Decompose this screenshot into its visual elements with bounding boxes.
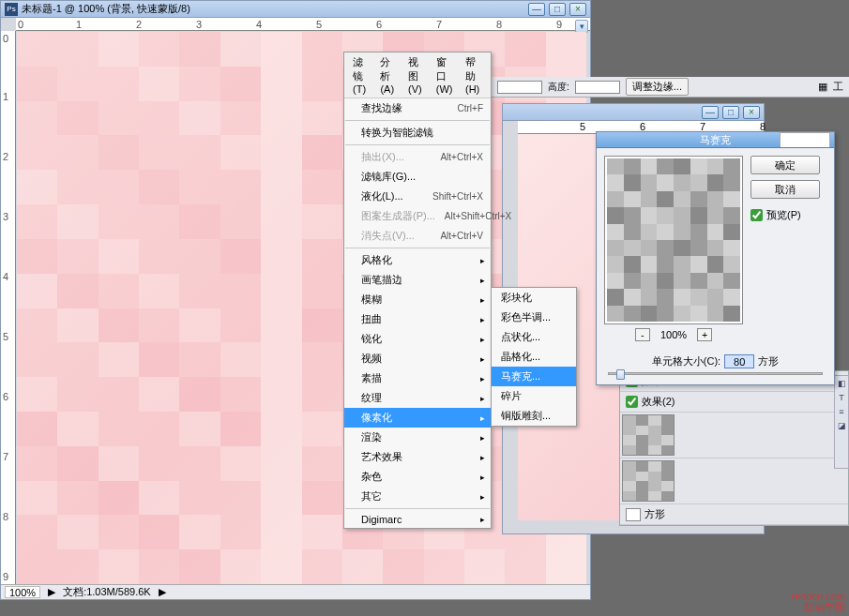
menu-item[interactable]: 转换为智能滤镜 — [344, 123, 491, 143]
layers-panel: 效果 效果(2) 方形 — [619, 370, 849, 526]
ruler-tick: 2 — [3, 151, 8, 162]
status-arrow-icon[interactable]: ▶ — [48, 586, 55, 598]
preview-checkbox[interactable]: 预览(P) — [750, 208, 820, 222]
menu-item[interactable]: 风格化 — [344, 250, 491, 270]
layer-visibility-checkbox[interactable] — [626, 396, 638, 408]
layer-thumbnail[interactable] — [622, 414, 675, 456]
options-bar: 高度: 调整边缘... ▦ 工 — [492, 77, 849, 98]
submenu-item[interactable]: 点状化... — [492, 327, 576, 347]
cancel-button[interactable]: 取消 — [750, 180, 820, 199]
submenu-item[interactable]: 铜版雕刻... — [492, 406, 576, 426]
ruler-tick: 4 — [256, 19, 262, 30]
zoom-field[interactable]: 100% — [5, 586, 40, 598]
title-bar[interactable]: — □ × — [503, 104, 764, 121]
menu-item[interactable]: 视频 — [344, 349, 491, 368]
cell-size-slider[interactable] — [597, 372, 834, 384]
layer-thumbnail[interactable] — [622, 460, 675, 502]
menu-item[interactable]: 像素化 — [344, 408, 491, 428]
menu-item[interactable]: 艺术效果 — [344, 447, 491, 467]
ruler-tick: 4 — [3, 271, 8, 282]
submenu-item[interactable]: 彩色半调... — [492, 308, 576, 327]
title-bar[interactable]: Ps 未标题-1 @ 100% (背景, 快速蒙版/8) — □ × — [1, 1, 590, 18]
status-bar: 100% ▶ 文档:1.03M/589.6K ▶ — [1, 584, 590, 599]
menu-help[interactable]: 帮助(H) — [461, 54, 487, 96]
document-title: 未标题-1 @ 100% (背景, 快速蒙版/8) — [22, 2, 528, 16]
ruler-tick: 9 — [3, 571, 8, 582]
vertical-ruler[interactable]: 0 1 2 3 4 5 6 7 8 9 — [1, 31, 16, 584]
menu-item[interactable]: 画笔描边 — [344, 270, 491, 290]
cell-size-label: 单元格大小(C): — [652, 354, 720, 368]
ruler-tick: 0 — [18, 19, 23, 30]
refine-edge-button[interactable]: 调整边缘... — [626, 78, 689, 96]
ruler-tick: 3 — [196, 19, 202, 30]
zoom-percent: 100% — [660, 329, 687, 340]
maximize-button[interactable]: □ — [549, 3, 566, 16]
filter-menu: 滤镜(T) 分析(A) 视图(V) 窗口(W) 帮助(H) 查找边缘Ctrl+F… — [343, 52, 492, 529]
submenu-item[interactable]: 马赛克... — [492, 367, 576, 386]
minimize-button[interactable]: — — [528, 3, 545, 16]
ruler-tick: 9 — [556, 19, 562, 30]
close-button[interactable]: × — [743, 106, 760, 119]
menu-item[interactable]: 滤镜库(G)... — [344, 167, 491, 187]
type-tool-icon[interactable]: T — [836, 393, 847, 404]
ruler-tick: 3 — [3, 211, 8, 222]
menu-item[interactable]: 渲染 — [344, 428, 491, 447]
zoom-in-button[interactable]: + — [697, 328, 712, 341]
menu-item: 图案生成器(P)...Alt+Shift+Ctrl+X — [344, 206, 491, 226]
submenu-item[interactable]: 晶格化... — [492, 347, 576, 367]
menu-item[interactable]: 锐化 — [344, 329, 491, 349]
menu-view[interactable]: 视图(V) — [403, 54, 430, 96]
tool-preset-icon[interactable]: ▦ — [818, 81, 827, 93]
pixelate-submenu: 彩块化彩色半调...点状化...晶格化...马赛克...碎片铜版雕刻... — [491, 287, 577, 427]
zoom-out-button[interactable]: - — [635, 328, 650, 341]
maximize-button[interactable]: □ — [722, 106, 739, 119]
layer-effect-label[interactable]: 效果(2) — [642, 395, 675, 409]
ruler-tick: 1 — [76, 19, 82, 30]
menu-item[interactable]: 其它 — [344, 487, 491, 506]
cell-size-input[interactable] — [724, 354, 754, 368]
menu-item[interactable]: 纹理 — [344, 388, 491, 408]
layer-label[interactable]: 方形 — [644, 507, 665, 521]
ruler-tick: 6 — [376, 19, 382, 30]
menu-filter[interactable]: 滤镜(T) — [348, 54, 373, 96]
menu-item[interactable]: 模糊 — [344, 290, 491, 309]
ruler-tick: 5 — [316, 19, 322, 30]
ruler-tick: 8 — [3, 511, 8, 522]
close-button[interactable]: × — [569, 3, 586, 16]
tool-icon[interactable]: ◧ — [836, 379, 847, 390]
menu-item[interactable]: 杂色 — [344, 467, 491, 487]
horizontal-ruler[interactable]: 0 1 2 3 4 5 6 7 8 9 — [16, 18, 590, 31]
menu-bar: 滤镜(T) 分析(A) 视图(V) 窗口(W) 帮助(H) — [344, 53, 491, 98]
ruler-tick: 2 — [136, 19, 142, 30]
ruler-origin-toggle[interactable]: ▾ — [575, 20, 588, 33]
mini-toolstrip: ◧ T ≡ ◪ — [834, 375, 849, 469]
submenu-item[interactable]: 碎片 — [492, 386, 576, 406]
menu-item[interactable]: Digimarc — [344, 511, 491, 528]
menu-item[interactable]: 查找边缘Ctrl+F — [344, 98, 491, 118]
height-field[interactable] — [575, 81, 620, 94]
width-field[interactable] — [497, 81, 542, 94]
layer-swatch[interactable] — [626, 508, 641, 521]
menu-analysis[interactable]: 分析(A) — [375, 54, 402, 96]
dialog-tab[interactable] — [780, 132, 830, 147]
ok-button[interactable]: 确定 — [750, 156, 820, 174]
watermark: redocn.com 红动中国 — [792, 592, 845, 612]
menu-window[interactable]: 窗口(W) — [432, 54, 459, 96]
ruler-tick: 7 — [436, 19, 442, 30]
ruler-tick: 1 — [3, 91, 8, 102]
ruler-tick: 7 — [3, 451, 8, 462]
status-arrow-icon[interactable]: ▶ — [159, 586, 166, 598]
menu-item[interactable]: 素描 — [344, 368, 491, 388]
menu-item[interactable]: 液化(L)...Shift+Ctrl+X — [344, 187, 491, 206]
tool-icon[interactable]: ◪ — [836, 421, 847, 432]
workspace-label[interactable]: 工 — [833, 80, 843, 94]
ruler-tick: 8 — [496, 19, 502, 30]
submenu-item[interactable]: 彩块化 — [492, 288, 576, 308]
mosaic-dialog: 马赛克 - 100% + 确定 取消 预览(P) 单元格大小(C): 方形 — [596, 131, 835, 385]
menu-item[interactable]: 扭曲 — [344, 309, 491, 329]
app-icon: Ps — [5, 3, 18, 16]
preview-area[interactable] — [604, 156, 743, 324]
height-label: 高度: — [548, 81, 569, 94]
minimize-button[interactable]: — — [702, 106, 719, 119]
tool-icon[interactable]: ≡ — [836, 407, 847, 418]
